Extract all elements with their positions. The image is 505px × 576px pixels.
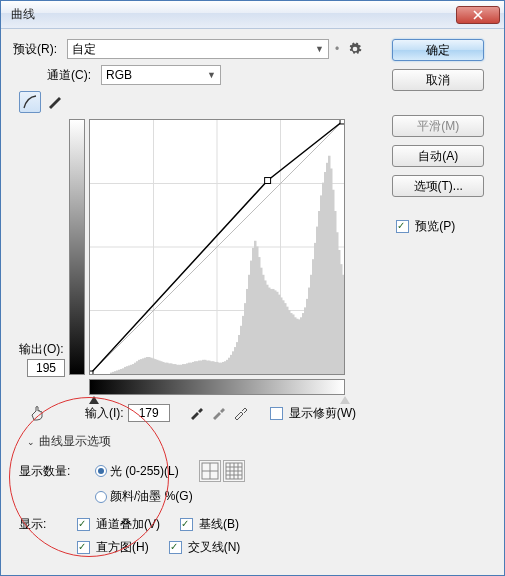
output-input[interactable]: 195 — [27, 359, 65, 377]
output-gradient — [69, 119, 85, 375]
output-label: 输出(O): — [19, 341, 64, 358]
channel-label: 通道(C): — [47, 67, 101, 84]
curve-display-disclosure[interactable]: ⌄ 曲线显示选项 — [27, 433, 384, 450]
histogram-checkbox[interactable]: 直方图(H) — [73, 538, 149, 557]
black-eyedropper[interactable] — [188, 405, 204, 421]
disclosure-arrow-icon: ⌄ — [27, 437, 35, 447]
channel-select[interactable]: RGB ▼ — [101, 65, 221, 85]
intersection-checkbox[interactable]: 交叉线(N) — [165, 538, 241, 557]
amount-pigment-label: 颜料/油墨 %(G) — [110, 488, 193, 505]
ok-button[interactable]: 确定 — [392, 39, 484, 61]
gray-eyedropper[interactable] — [210, 405, 226, 421]
smooth-button[interactable]: 平滑(M) — [392, 115, 484, 137]
show-clipping-label: 显示修剪(W) — [289, 405, 356, 422]
curves-chart[interactable] — [89, 119, 345, 375]
svg-rect-134 — [90, 371, 93, 374]
preset-menu-button[interactable] — [347, 41, 363, 57]
preset-label: 预设(R): — [13, 41, 67, 58]
eyedropper-icon — [233, 406, 247, 420]
chevron-down-icon: ▼ — [207, 70, 216, 80]
input-input[interactable]: 179 — [128, 404, 170, 422]
on-image-adjust-button[interactable] — [27, 403, 49, 423]
close-button[interactable] — [456, 6, 500, 24]
curve-tool-button[interactable] — [19, 91, 41, 113]
hand-icon — [29, 405, 47, 421]
input-gradient — [89, 379, 345, 395]
radio-icon — [95, 491, 107, 503]
pencil-tool-button[interactable] — [43, 91, 65, 113]
options-button[interactable]: 选项(T)... — [392, 175, 484, 197]
disclosure-label: 曲线显示选项 — [39, 433, 111, 450]
chevron-down-icon: ▼ — [315, 44, 324, 54]
white-eyedropper[interactable] — [232, 405, 248, 421]
gear-icon — [348, 42, 362, 56]
channel-overlay-checkbox[interactable]: 通道叠加(V) — [73, 515, 160, 534]
svg-rect-135 — [265, 178, 271, 184]
baseline-checkbox[interactable]: 基线(B) — [176, 515, 239, 534]
preview-label: 预览(P) — [415, 218, 455, 235]
preset-value: 自定 — [72, 41, 96, 58]
svg-rect-132 — [342, 275, 344, 374]
radio-icon — [95, 465, 107, 477]
input-label: 输入(I): — [85, 405, 124, 422]
cancel-button[interactable]: 取消 — [392, 69, 484, 91]
show-clipping-checkbox[interactable]: 显示修剪(W) — [266, 404, 356, 423]
eyedropper-icon — [211, 406, 225, 420]
show-label: 显示: — [19, 516, 57, 533]
auto-button[interactable]: 自动(A) — [392, 145, 484, 167]
curve-icon — [23, 95, 37, 109]
svg-rect-136 — [340, 120, 344, 124]
pencil-icon — [47, 95, 61, 109]
preset-menu-dot: • — [335, 42, 339, 56]
preset-select[interactable]: 自定 ▼ — [67, 39, 329, 59]
show-clipping-input[interactable] — [270, 407, 283, 420]
channel-value: RGB — [106, 68, 132, 82]
amount-light-label: 光 (0-255)(L) — [110, 463, 179, 480]
amount-pigment-radio[interactable]: 颜料/油墨 %(G) — [95, 488, 193, 505]
grid-fine-button[interactable] — [223, 460, 245, 482]
grid-coarse-button[interactable] — [199, 460, 221, 482]
amount-light-radio[interactable]: 光 (0-255)(L) — [95, 463, 179, 480]
eyedropper-icon — [189, 406, 203, 420]
preview-checkbox[interactable]: 预览(P) — [392, 217, 492, 236]
window-title: 曲线 — [11, 6, 456, 23]
amount-label: 显示数量: — [19, 463, 85, 480]
close-icon — [473, 10, 483, 20]
